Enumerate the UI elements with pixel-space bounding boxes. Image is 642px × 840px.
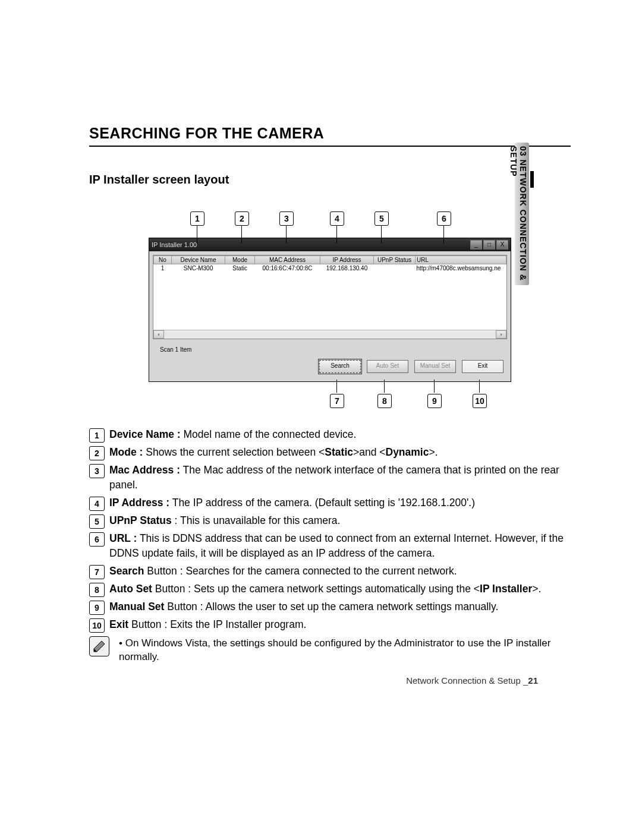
col-device[interactable]: Device Name (172, 256, 225, 264)
desc-text: URL : This is DDNS address that can be u… (109, 531, 571, 561)
device-table: No Device Name Mode MAC Address IP Addre… (153, 255, 506, 272)
callout-8: 8 (377, 394, 392, 408)
desc-item: 7 Search Button : Searches for the camer… (89, 564, 571, 579)
term: URL : (109, 532, 137, 544)
desc-item: 9 Manual Set Button : Allows the user to… (89, 599, 571, 615)
desc-text: Mode : Shows the current selection betwe… (109, 445, 438, 460)
auto-set-button[interactable]: Auto Set (367, 360, 408, 373)
body: >and < (353, 446, 386, 458)
desc-num: 4 (89, 497, 105, 511)
cell-url: http://m47008c.websamsung.ne (416, 264, 506, 273)
bold: Static (325, 446, 353, 458)
maximize-button[interactable]: □ (483, 240, 495, 250)
desc-num: 5 (89, 514, 105, 529)
callout-line (241, 226, 242, 244)
callout-line (381, 226, 382, 244)
callout-10: 10 (473, 394, 487, 408)
scroll-right-icon[interactable]: › (496, 330, 506, 339)
callout-row-top: 1 2 3 4 5 6 (149, 211, 511, 229)
callout-3: 3 (279, 211, 294, 226)
horizontal-scrollbar[interactable]: ‹ › (153, 330, 506, 339)
col-upnp[interactable]: UPnP Status (374, 256, 416, 264)
chapter-number: 03 (518, 146, 528, 157)
body: Button : Allows the user to set up the c… (164, 601, 498, 612)
page-footer: Network Connection & Setup _21 (406, 675, 538, 686)
screenshot-figure: 1 2 3 4 5 6 IP Installer 1.00 _ □ X (149, 211, 511, 408)
desc-text: Manual Set Button : Allows the user to s… (109, 599, 498, 614)
callout-line (479, 380, 480, 393)
desc-text: Search Button : Searches for the camera … (109, 564, 457, 579)
table-row[interactable]: 1 SNC-M300 Static 00:16:6C:47:00:8C 192.… (154, 264, 506, 273)
body: Button : Searches for the camera connect… (144, 565, 457, 577)
ip-installer-window: IP Installer 1.00 _ □ X (149, 238, 511, 382)
term: UPnP Status (109, 514, 172, 526)
body: This is DDNS address that can be used to… (109, 532, 564, 559)
window-title: IP Installer 1.00 (152, 241, 197, 248)
col-no[interactable]: No (154, 256, 172, 264)
body: Shows the current selection between < (143, 446, 325, 458)
desc-item: 4 IP Address : The IP address of the cam… (89, 495, 571, 511)
callout-6: 6 (437, 211, 451, 226)
callout-line (286, 226, 287, 244)
chapter-side-tab: 03 NETWORK CONNECTION & SETUP (515, 143, 529, 285)
callout-2: 2 (235, 211, 249, 226)
cell-upnp (374, 264, 416, 273)
term: Exit (109, 618, 128, 630)
term: Mac Address : (109, 464, 180, 476)
section-title: SEARCHING FOR THE CAMERA (89, 125, 571, 147)
window-title-bar: IP Installer 1.00 _ □ X (149, 238, 511, 251)
desc-num: 3 (89, 464, 105, 478)
desc-item: 10 Exit Button : Exits the IP Installer … (89, 617, 571, 633)
cell-device: SNC-M300 (172, 264, 225, 273)
desc-item: 5 UPnP Status : This is unavailable for … (89, 513, 571, 529)
term: Auto Set (109, 583, 152, 595)
callout-7: 7 (330, 394, 344, 408)
term: Search (109, 565, 144, 577)
body: Button : Sets up the camera network sett… (152, 583, 480, 595)
callout-line (336, 380, 337, 393)
desc-num: 6 (89, 532, 105, 547)
desc-text: Device Name : Model name of the connecte… (109, 427, 356, 442)
cell-no: 1 (154, 264, 172, 273)
window-body: No Device Name Mode MAC Address IP Addre… (149, 251, 511, 381)
callout-line (384, 380, 385, 393)
desc-item: 8 Auto Set Button : Sets up the camera n… (89, 582, 571, 597)
desc-text: Exit Button : Exits the IP Installer pro… (109, 617, 306, 632)
callout-1: 1 (190, 211, 204, 226)
scroll-left-icon[interactable]: ‹ (153, 330, 164, 339)
exit-button[interactable]: Exit (462, 360, 503, 373)
term: Device Name : (109, 428, 181, 440)
body: >. (532, 583, 541, 595)
desc-num: 1 (89, 428, 105, 443)
cell-mac: 00:16:6C:47:00:8C (255, 264, 320, 273)
desc-text: IP Address : The IP address of the camer… (109, 495, 475, 510)
desc-item: 1 Device Name : Model name of the connec… (89, 427, 571, 443)
desc-num: 10 (89, 618, 105, 633)
desc-text: Mac Address : The Mac address of the net… (109, 463, 571, 493)
minimize-button[interactable]: _ (470, 240, 482, 250)
close-button[interactable]: X (496, 240, 508, 250)
col-mode[interactable]: Mode (225, 256, 255, 264)
scroll-track[interactable] (164, 330, 496, 339)
callout-line (336, 226, 337, 244)
status-text: Scan 1 Item (160, 346, 505, 353)
note-text: • On Windows Vista, the settings should … (119, 636, 571, 665)
body: Button : Exits the IP Installer program. (128, 618, 306, 630)
search-button[interactable]: Search (319, 360, 361, 373)
manual-set-button[interactable]: Manual Set (414, 360, 456, 373)
device-list[interactable]: No Device Name Mode MAC Address IP Addre… (153, 255, 507, 339)
side-tab-marker (530, 171, 534, 188)
col-ip[interactable]: IP Address (320, 256, 374, 264)
bold: Dynamic (386, 446, 429, 458)
col-mac[interactable]: MAC Address (255, 256, 320, 264)
page-number: 21 (528, 675, 538, 686)
body: : This is unavailable for this camera. (172, 514, 341, 526)
window-controls: _ □ X (470, 240, 508, 250)
col-url[interactable]: URL (416, 256, 506, 264)
desc-item: 3 Mac Address : The Mac address of the n… (89, 463, 571, 493)
callout-row-bottom: 7 8 9 10 (149, 390, 511, 408)
cell-ip: 192.168.130.40 (320, 264, 374, 273)
desc-num: 7 (89, 565, 105, 579)
table-header-row: No Device Name Mode MAC Address IP Addre… (154, 256, 506, 264)
callout-line (197, 226, 197, 244)
